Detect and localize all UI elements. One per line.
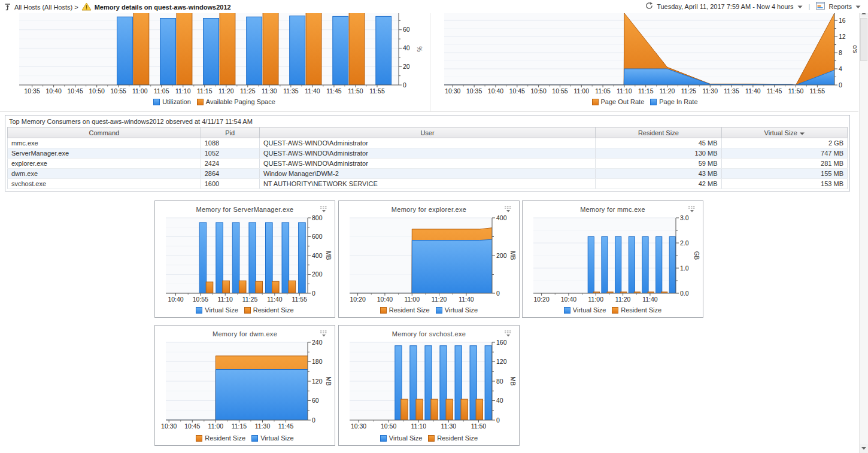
- svg-text:40: 40: [403, 44, 410, 51]
- servermanager-chart-panel: Memory for ServerManager.exe 02004006008…: [154, 200, 335, 318]
- mmc-legend: Virtual SizeResident Size: [523, 305, 703, 315]
- svg-text:10:30: 10:30: [445, 87, 460, 95]
- svg-text:200: 200: [496, 252, 507, 259]
- column-header-virtual-size[interactable]: Virtual Size: [721, 127, 847, 138]
- svg-text:11:55: 11:55: [369, 87, 385, 95]
- chart-actions-icon[interactable]: [503, 205, 513, 214]
- header-separator: |: [806, 3, 813, 10]
- table-row[interactable]: dwm.exe2864Window Manager\DWM-243 MB155 …: [8, 169, 848, 179]
- svg-text:10:40: 10:40: [168, 296, 183, 303]
- table-row[interactable]: svchost.exe1600NT AUTHORITY\NETWORK SERV…: [8, 179, 848, 189]
- table-row[interactable]: explorer.exe2424QUEST-AWS-WINDO\Administ…: [8, 159, 848, 169]
- paging-legend: Page Out RatePage In Rate: [432, 97, 857, 107]
- svg-text:MB: MB: [509, 377, 516, 386]
- svg-text:11:00: 11:00: [132, 87, 148, 95]
- legend-item: Resident Size: [380, 306, 430, 314]
- svg-text:10:55: 10:55: [193, 296, 208, 303]
- svg-text:2.0: 2.0: [680, 239, 689, 247]
- chart-actions-icon[interactable]: [319, 205, 329, 214]
- svg-text:11:40: 11:40: [459, 296, 474, 303]
- svchost-chart-panel: Memory for svchost.exe 04080120160MB10:3…: [338, 325, 520, 446]
- legend-label: Resident Size: [205, 434, 245, 442]
- chart-actions-icon[interactable]: [503, 330, 513, 338]
- svg-text:11:30: 11:30: [262, 87, 277, 95]
- breadcrumb-all-hosts[interactable]: All Hosts (All Hosts) >: [14, 4, 78, 11]
- svg-text:10:45: 10:45: [68, 87, 83, 95]
- svg-text:10:40: 10:40: [488, 87, 503, 95]
- svg-text:11:50: 11:50: [471, 422, 487, 430]
- svg-text:11:10: 11:10: [217, 296, 233, 303]
- svg-text:120: 120: [312, 378, 323, 385]
- legend-label: Page Out Rate: [601, 98, 645, 105]
- svg-text:10:35: 10:35: [466, 87, 482, 95]
- blue-swatch-icon: [380, 435, 387, 442]
- svg-text:11:35: 11:35: [724, 87, 739, 95]
- navigate-up-icon[interactable]: [4, 3, 11, 12]
- dwm-chart[interactable]: 060120180240MB10:3010:4511:0011:1511:301…: [157, 340, 332, 433]
- chart-actions-icon[interactable]: [319, 330, 329, 338]
- column-header-user[interactable]: User: [259, 127, 595, 138]
- legend-label: Utilization: [162, 98, 191, 105]
- svg-text:10:55: 10:55: [552, 87, 567, 95]
- cell-command[interactable]: dwm.exe: [8, 169, 201, 179]
- legend-item: Virtual Size: [564, 306, 606, 314]
- blue-swatch-icon: [650, 99, 657, 105]
- legend-label: Resident Size: [253, 306, 294, 314]
- scrollbar-down-button[interactable]: [860, 444, 868, 453]
- chart-title: Memory for dwm.exe: [155, 330, 335, 338]
- svg-text:11:20: 11:20: [615, 296, 631, 303]
- svg-text:400: 400: [496, 215, 507, 221]
- paging-rate-chart[interactable]: 0481216c/s10:3010:3510:4010:4510:5010:55…: [432, 13, 857, 97]
- scrollbar-thumb[interactable]: [860, 18, 867, 61]
- svg-text:11:15: 11:15: [232, 422, 247, 430]
- header-bar: All Hosts (All Hosts) > Memory details o…: [0, 0, 868, 13]
- cell-command[interactable]: explorer.exe: [8, 159, 201, 169]
- chart-actions-icon[interactable]: [687, 205, 697, 214]
- servermanager-chart[interactable]: 0200400600800MB10:4010:5511:1011:2511:40…: [157, 215, 332, 306]
- reports-label[interactable]: Reports: [828, 3, 852, 10]
- column-header-pid[interactable]: Pid: [201, 127, 259, 138]
- svg-text:0: 0: [312, 290, 315, 297]
- cell-command[interactable]: ServerManager.exe: [8, 148, 201, 159]
- svg-text:80: 80: [496, 378, 503, 385]
- explorer-chart[interactable]: 0200400MB10:2010:4011:0011:2011:40: [341, 215, 517, 306]
- svchost-chart[interactable]: 04080120160MB10:3010:5011:1011:3011:50: [341, 340, 517, 433]
- table-header: CommandPidUserResident SizeVirtual Size: [8, 127, 848, 138]
- svg-text:11:00: 11:00: [588, 296, 604, 303]
- svg-text:11:20: 11:20: [432, 296, 447, 303]
- svg-text:MB: MB: [509, 251, 516, 260]
- time-range-caret-icon[interactable]: [797, 3, 803, 10]
- svg-text:40: 40: [496, 397, 503, 404]
- vertical-scrollbar[interactable]: [859, 8, 868, 453]
- reports-caret-icon[interactable]: [855, 3, 861, 10]
- orange-swatch-icon: [380, 307, 387, 314]
- memory-utilization-chart[interactable]: 0204060%10:3510:4010:4510:5010:5511:0011…: [5, 13, 424, 97]
- svg-text:11:10: 11:10: [411, 422, 426, 430]
- legend-item: Resident Size: [244, 306, 294, 314]
- svg-text:MB: MB: [325, 251, 332, 260]
- table-row[interactable]: mmc.exe1088QUEST-AWS-WINDO\Administrator…: [8, 138, 848, 148]
- svg-text:11:15: 11:15: [197, 87, 213, 95]
- svg-text:0: 0: [312, 416, 315, 424]
- explorer-chart-panel: Memory for explorer.exe 0200400MB10:2010…: [338, 200, 520, 318]
- svg-text:0: 0: [496, 290, 500, 297]
- svg-text:200: 200: [312, 270, 323, 278]
- top-memory-consumers-table: CommandPidUserResident SizeVirtual Size …: [7, 127, 848, 189]
- cell-resident-size: 130 MB: [596, 148, 721, 159]
- legend-item: Available Paging Space: [197, 98, 275, 105]
- blue-swatch-icon: [251, 435, 258, 442]
- mmc-chart[interactable]: 0.01.02.03.0GB10:2010:4011:0011:2011:40: [525, 215, 700, 306]
- svg-text:11:00: 11:00: [208, 422, 224, 430]
- svg-text:10:40: 10:40: [377, 296, 393, 303]
- svg-text:16: 16: [839, 17, 846, 24]
- cell-command[interactable]: mmc.exe: [8, 138, 201, 148]
- column-header-resident-size[interactable]: Resident Size: [596, 127, 721, 138]
- column-header-command[interactable]: Command: [8, 127, 201, 138]
- svg-text:11:45: 11:45: [326, 87, 342, 95]
- cell-command[interactable]: svchost.exe: [8, 179, 201, 189]
- servermanager-legend: Virtual SizeResident Size: [155, 305, 335, 315]
- panel-divider: [430, 13, 430, 112]
- legend-label: Virtual Size: [260, 434, 293, 442]
- time-range-label[interactable]: Tuesday, April 11, 2017 7:59 AM - Now 4 …: [657, 3, 793, 10]
- table-row[interactable]: ServerManager.exe1052QUEST-AWS-WINDO\Adm…: [8, 148, 848, 159]
